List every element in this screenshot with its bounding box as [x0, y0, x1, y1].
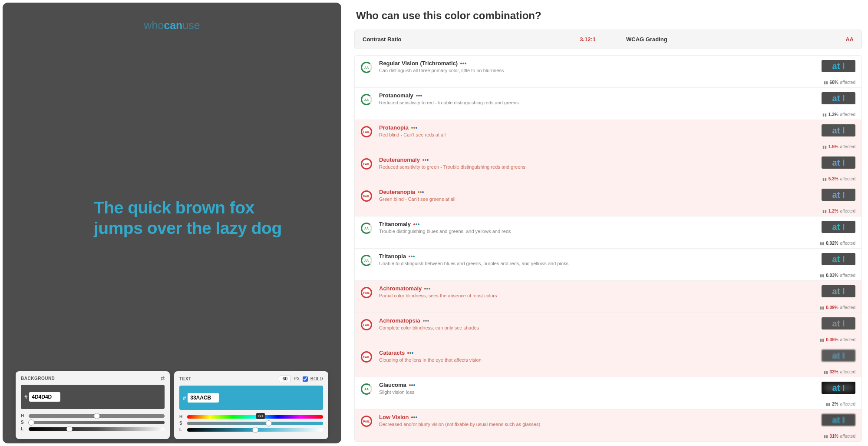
vision-desc: Reduced sensitivity to red - trouble dis…: [379, 100, 855, 105]
affected-stat: ▮▮1.2% affected: [822, 209, 855, 213]
vision-desc: Clouding of the lens in the eye that aff…: [379, 357, 855, 363]
txt-sat-slider[interactable]: [187, 422, 323, 425]
pass-badge: AA: [361, 94, 372, 105]
logo-who: who: [144, 19, 164, 31]
affected-stat: ▮▮31% affected: [824, 434, 855, 439]
vision-title: Tritanomaly: [379, 221, 855, 227]
vision-content: ProtanopiaRed blind - Can't see reds at …: [379, 124, 855, 137]
logo: whocanuse: [3, 3, 341, 36]
logo-can: can: [164, 19, 182, 31]
bg-hue-slider[interactable]: [29, 414, 165, 418]
fail-badge: FAIL: [361, 351, 372, 363]
txt-lgt-slider[interactable]: [187, 428, 323, 432]
vision-title: Deuteranopia: [379, 189, 855, 195]
trichromacy-icon: [416, 95, 422, 97]
bg-lgt-label: L: [21, 426, 25, 431]
bg-lgt-slider[interactable]: [29, 427, 165, 431]
vision-title: Cataracts: [379, 349, 855, 356]
bold-checkbox[interactable]: [303, 376, 308, 382]
vision-desc: Unable to distinguish between blues and …: [379, 261, 855, 266]
trichromacy-icon: [424, 288, 430, 290]
vision-row: FAILDeuteranomalyReduced sensitivity to …: [355, 152, 861, 184]
contrast-value: 3.12:1: [580, 36, 596, 43]
vision-row: AARegular Vision (Trichromatic)Can disti…: [355, 56, 861, 88]
txt-sat-label: S: [179, 421, 184, 426]
background-hex-input[interactable]: [29, 392, 60, 402]
vision-swatch: at I: [822, 124, 855, 136]
affected-stat: ▮▮0.02% affected: [820, 241, 855, 246]
background-label: BACKGROUND: [21, 376, 55, 381]
trichromacy-icon: [407, 352, 413, 354]
vision-content: DeuteranopiaGreen blind - Can't see gree…: [379, 189, 855, 202]
vision-desc: Trouble distinguishing blues and greens,…: [379, 229, 855, 234]
results-panel: Who can use this color combination? Cont…: [341, 0, 868, 446]
txt-lgt-label: L: [179, 427, 184, 432]
vision-title: Achromatopsia: [379, 317, 855, 324]
pass-badge: AA: [361, 62, 372, 73]
affected-stat: ▮▮1.5% affected: [822, 144, 855, 149]
bold-label: BOLD: [310, 376, 323, 381]
vision-row: AATritanopiaUnable to distinguish betwee…: [355, 249, 861, 281]
vision-desc: Slight vision loss: [379, 389, 855, 395]
vision-title: Regular Vision (Trichromatic): [379, 60, 855, 67]
pass-badge: AA: [361, 383, 372, 395]
affected-pct: 31%: [830, 434, 838, 439]
trichromacy-icon: [460, 63, 466, 64]
affected-stat: ▮▮0.09% affected: [820, 305, 855, 310]
affected-pct: 5.3%: [828, 176, 838, 181]
trichromacy-icon: [409, 384, 415, 386]
bg-hue-label: H: [21, 413, 25, 418]
trichromacy-icon: [411, 127, 417, 129]
vision-content: ProtanomalyReduced sensitivity to red - …: [379, 92, 855, 105]
affected-label: affected: [840, 402, 855, 406]
bar-chart-icon: ▮▮: [824, 80, 828, 85]
affected-label: affected: [840, 273, 855, 278]
vision-row: FAILDeuteranopiaGreen blind - Can't see …: [355, 184, 861, 216]
background-color-box[interactable]: #: [21, 385, 165, 409]
text-hex-input[interactable]: [188, 393, 219, 403]
wcag-label: WCAG Grading: [626, 36, 667, 43]
preview-text: The quick brown fox jumps over the lazy …: [94, 198, 302, 238]
wcag-value: AA: [845, 36, 854, 43]
bar-chart-icon: ▮▮: [820, 273, 824, 278]
vision-list: AARegular Vision (Trichromatic)Can disti…: [354, 55, 862, 442]
vision-swatch: at I: [822, 414, 855, 426]
vision-row: AAGlaucomaSlight vision lossat I▮▮2% aff…: [355, 377, 861, 409]
trichromacy-icon: [409, 256, 415, 257]
vision-content: Low VisionDecreased and/or blurry vision…: [379, 414, 855, 427]
vision-title: Protanopia: [379, 124, 855, 131]
vision-title: Protanomaly: [379, 92, 855, 99]
affected-pct: 2%: [832, 402, 838, 406]
vision-content: AchromatomalyPartial color blindness, se…: [379, 285, 855, 298]
vision-desc: Complete color blindness, can only see s…: [379, 325, 855, 330]
affected-pct: 0.02%: [826, 241, 838, 246]
swap-icon[interactable]: ⇄: [161, 376, 165, 381]
vision-swatch: at I: [822, 221, 855, 233]
bg-sat-slider[interactable]: [29, 421, 165, 424]
affected-label: affected: [840, 434, 855, 439]
affected-label: affected: [840, 176, 855, 181]
vision-content: Regular Vision (Trichromatic)Can disting…: [379, 60, 855, 73]
txt-hue-slider[interactable]: 60: [187, 415, 323, 419]
bar-chart-icon: ▮▮: [822, 113, 827, 117]
affected-label: affected: [840, 241, 855, 246]
vision-content: DeuteranomalyReduced sensitivity to gree…: [379, 156, 855, 170]
hash-symbol: #: [24, 394, 27, 400]
vision-title: Deuteranomaly: [379, 156, 855, 163]
font-size-input[interactable]: [279, 376, 291, 382]
trichromacy-icon: [423, 320, 429, 322]
vision-desc: Green blind - Can't see greens at all: [379, 196, 855, 202]
affected-stat: ▮▮5.3% affected: [822, 176, 855, 181]
font-size-unit: PX: [294, 376, 300, 381]
affected-pct: 1.5%: [828, 144, 838, 149]
vision-row: FAILProtanopiaRed blind - Can't see reds…: [355, 120, 861, 152]
fail-badge: FAIL: [361, 287, 372, 298]
text-color-box[interactable]: #: [179, 386, 323, 410]
vision-swatch: at I: [822, 156, 855, 169]
affected-stat: ▮▮1.3% affected: [822, 112, 855, 117]
bar-chart-icon: ▮▮: [824, 370, 828, 374]
affected-label: affected: [840, 337, 855, 342]
bar-chart-icon: ▮▮: [826, 402, 830, 406]
affected-label: affected: [840, 80, 855, 85]
page-title: Who can use this color combination?: [354, 10, 868, 22]
